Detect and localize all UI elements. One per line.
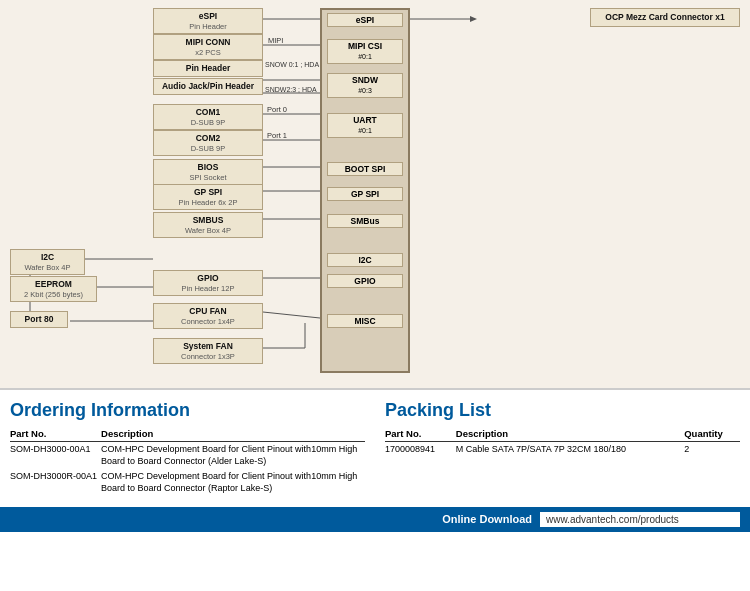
gpio-box: GPIO Pin Header 12P (153, 270, 263, 296)
footer: Online Download www.advantech.com/produc… (0, 507, 750, 532)
espi-bus-label: eSPI (327, 13, 403, 27)
espi-sub: Pin Header (157, 22, 259, 31)
smbus-box: SMBUS Wafer Box 4P (153, 212, 263, 238)
footer-url: www.advantech.com/products (540, 512, 740, 527)
sys-fan-box: System FAN Connector 1x3P (153, 338, 263, 364)
misc-bus-label: MISC (327, 314, 403, 328)
gpio-main: GPIO (157, 273, 259, 284)
packing-row1-qty: 2 (684, 442, 740, 458)
packing-row-1: 1700008941 M Cable SATA 7P/SATA 7P 32CM … (385, 442, 740, 458)
pin-header-main: Pin Header (157, 63, 259, 74)
footer-label: Online Download (442, 513, 532, 525)
port0-label: Port 0 (267, 105, 287, 114)
ordering-info-panel: Ordering Information Part No. Descriptio… (10, 400, 385, 497)
gp-spi-bus-label: GP SPI (327, 187, 403, 201)
espi-header-box: eSPI Pin Header (153, 8, 263, 34)
espi-main: eSPI (157, 11, 259, 22)
cpu-fan-box: CPU FAN Connector 1x4P (153, 303, 263, 329)
ocp-mezz-box: OCP Mezz Card Connector x1 (590, 8, 740, 27)
audio-jack-box: Audio Jack/Pin Header (153, 78, 263, 95)
svg-line-15 (263, 312, 320, 318)
packing-row1-part: 1700008941 (385, 442, 456, 458)
smbus-bus-label: SMBus (327, 214, 403, 228)
smbus-sub: Wafer Box 4P (157, 226, 259, 235)
mipi-conn-box: MIPI CONN x2 PCS (153, 34, 263, 60)
sys-fan-sub: Connector 1x3P (157, 352, 259, 361)
gp-spi-box: GP SPI Pin Header 6x 2P (153, 184, 263, 210)
mipi-bus-label: MIPI CSI#0:1 (327, 39, 403, 64)
packing-col-part: Part No. (385, 427, 456, 442)
packing-table: Part No. Description Quantity 1700008941… (385, 427, 740, 458)
ocp-mezz-label: OCP Mezz Card Connector x1 (605, 12, 724, 22)
ordering-col-desc: Description (101, 427, 365, 442)
gpio-sub: Pin Header 12P (157, 284, 259, 293)
uart-bus-label: UART#0:1 (327, 113, 403, 138)
mipi-sub: x2 PCS (157, 48, 259, 57)
diagram-area: OCP Mezz Card Connector x1 eSPI Pin Head… (0, 0, 750, 390)
ordering-row-2: SOM-DH3000R-00A1 COM-HPC Development Boa… (10, 469, 365, 496)
bottom-section: Ordering Information Part No. Descriptio… (0, 390, 750, 497)
eeprom-sub: 2 Kbit (256 bytes) (14, 290, 93, 299)
com2-main: COM2 (157, 133, 259, 144)
gp-spi-main: GP SPI (157, 187, 259, 198)
packing-row1-desc: M Cable SATA 7P/SATA 7P 32CM 180/180 (456, 442, 684, 458)
mipi-line-label: MIPI (268, 36, 283, 45)
com1-sub: D-SUB 9P (157, 118, 259, 127)
com1-box: COM1 D-SUB 9P (153, 104, 263, 130)
mipi-main: MIPI CONN (157, 37, 259, 48)
ordering-title: Ordering Information (10, 400, 365, 421)
i2c-main: I2C (14, 252, 81, 263)
eeprom-main: EEPROM (14, 279, 93, 290)
port80-box: Port 80 (10, 311, 68, 328)
diagram-wrapper: OCP Mezz Card Connector x1 eSPI Pin Head… (10, 8, 740, 383)
ordering-row-1: SOM-DH3000-00A1 COM-HPC Development Boar… (10, 442, 365, 470)
port1-label: Port 1 (267, 131, 287, 140)
smbus-main: SMBUS (157, 215, 259, 226)
snow-hda-label: SNOW 0:1 ; HDA (265, 61, 319, 68)
ordering-row2-desc: COM-HPC Development Board for Client Pin… (101, 469, 365, 496)
packing-list-panel: Packing List Part No. Description Quanti… (385, 400, 740, 497)
pin-header-box: Pin Header (153, 60, 263, 77)
ordering-col-part: Part No. (10, 427, 101, 442)
chip-block: eSPI MIPI CSI#0:1 SNDW#0:3 UART#0:1 BOOT… (320, 8, 410, 373)
com1-main: COM1 (157, 107, 259, 118)
sndw-hda-label: SNDW2:3 ; HDA (265, 86, 317, 93)
audio-jack-main: Audio Jack/Pin Header (157, 81, 259, 92)
i2c-box: I2C Wafer Box 4P (10, 249, 85, 275)
svg-marker-3 (470, 16, 477, 22)
cpu-fan-main: CPU FAN (157, 306, 259, 317)
sys-fan-main: System FAN (157, 341, 259, 352)
i2c-sub: Wafer Box 4P (14, 263, 81, 272)
port80-main: Port 80 (14, 314, 64, 325)
cpu-fan-sub: Connector 1x4P (157, 317, 259, 326)
packing-col-desc: Description (456, 427, 684, 442)
packing-col-qty: Quantity (684, 427, 740, 442)
bios-box: BIOS SPI Socket (153, 159, 263, 185)
boot-spi-bus-label: BOOT SPI (327, 162, 403, 176)
ordering-row1-part: SOM-DH3000-00A1 (10, 442, 101, 470)
ordering-table: Part No. Description SOM-DH3000-00A1 COM… (10, 427, 365, 497)
ordering-row1-desc: COM-HPC Development Board for Client Pin… (101, 442, 365, 470)
bios-main: BIOS (157, 162, 259, 173)
bios-sub: SPI Socket (157, 173, 259, 182)
ordering-row2-part: SOM-DH3000R-00A1 (10, 469, 101, 496)
com2-box: COM2 D-SUB 9P (153, 130, 263, 156)
sndw-bus-label: SNDW#0:3 (327, 73, 403, 98)
packing-title: Packing List (385, 400, 740, 421)
com2-sub: D-SUB 9P (157, 144, 259, 153)
i2c-bus-label: I2C (327, 253, 403, 267)
gp-spi-sub: Pin Header 6x 2P (157, 198, 259, 207)
eeprom-box: EEPROM 2 Kbit (256 bytes) (10, 276, 97, 302)
gpio-bus-label: GPIO (327, 274, 403, 288)
